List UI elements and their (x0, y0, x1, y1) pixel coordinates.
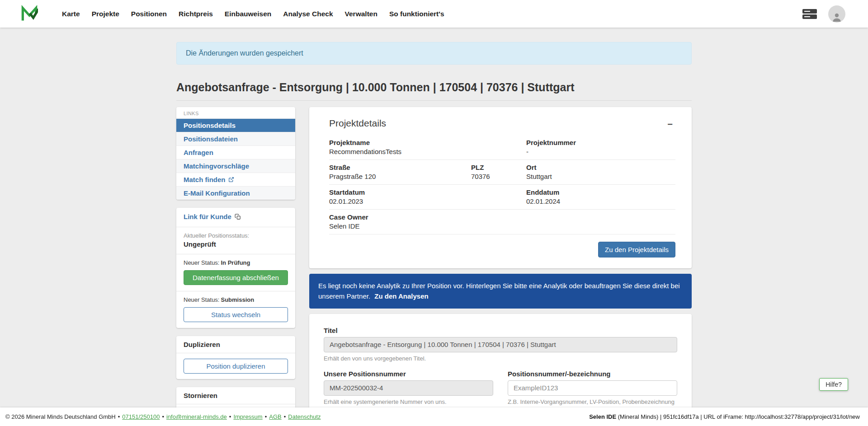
nav-item-karte[interactable]: Karte (56, 6, 86, 22)
separator: • (162, 413, 164, 420)
sidebar-item-match-finden[interactable]: Match finden (176, 173, 295, 186)
footer-impressum-link[interactable]: Impressum (233, 413, 262, 420)
title-divider (176, 100, 692, 101)
field-label: Enddatum (526, 188, 675, 196)
help-button[interactable]: Hilfe? (819, 378, 848, 391)
navbar-right-actions (802, 5, 845, 23)
nav-item-richtpreis[interactable]: Richtpreis (173, 6, 219, 22)
go-to-analyses-link[interactable]: Zu den Analysen (374, 292, 428, 300)
cancel-card-title: Stornieren (176, 387, 295, 404)
collapse-icon[interactable]: − (665, 118, 675, 131)
sidebar-item-email-konfiguration[interactable]: E-Mail Konfiguration (176, 186, 295, 200)
field-value: 02.01.2023 (329, 197, 526, 205)
page-title: Angebotsanfrage - Entsorgung | 10.000 To… (176, 81, 692, 94)
field-label: Projektnummer (526, 139, 675, 146)
separator: • (118, 413, 120, 420)
custom-position-number-help: Z.B. Interne-Vorgangsnummer, LV-Position… (508, 398, 677, 405)
sidebar-item-label: Match finden (184, 176, 226, 183)
separator: • (284, 413, 286, 420)
footer-datenschutz-link[interactable]: Datenschutz (288, 413, 321, 420)
project-detail-row: Startdatum 02.01.2023 Enddatum 02.01.202… (329, 185, 675, 210)
field-label: Projektname (329, 139, 526, 146)
nav-item-so-funktionierts[interactable]: So funktioniert's (383, 6, 450, 22)
next-status-text-2: Neuer Status:Submission (184, 296, 288, 303)
project-detail-row: Projektname RecommendationsTests Projekt… (329, 135, 675, 160)
position-form-card: Titel Erhält den von uns vorgegebenen Ti… (309, 314, 692, 423)
field-value: 70376 (471, 173, 526, 180)
customer-link[interactable]: Link für Kunde (184, 213, 241, 220)
footer-phone-link[interactable]: 07151/250100 (122, 413, 160, 420)
next-status-text-1: Neuer Status:In Prüfung (184, 259, 288, 266)
external-link-icon (228, 177, 234, 183)
nav-item-analyse-check[interactable]: Analyse Check (277, 6, 339, 22)
nav-item-positionen[interactable]: Positionen (125, 6, 173, 22)
sidebar-links-card: LINKS Positionsdetails Positionsdateien … (176, 107, 295, 200)
saved-alert: Die Änderungen wurden gespeichert (176, 42, 692, 65)
footer-session-info: Selen IDE (Mineral Minds) | 951fc16df17a… (589, 413, 860, 420)
project-details-heading: Projektdetails (329, 118, 386, 129)
copy-icon (235, 214, 241, 220)
finish-data-entry-button[interactable]: Datenerfassung abschließen (184, 270, 288, 285)
main-content: Die Änderungen wurden gespeichert Angebo… (176, 42, 692, 426)
field-label: Startdatum (329, 188, 526, 196)
main-navigation: Karte Projekte Positionen Richtpreis Ein… (56, 6, 450, 22)
footer: © 2026 Mineral Minds Deutschland GmbH • … (0, 407, 868, 426)
nav-item-projekte[interactable]: Projekte (86, 6, 125, 22)
session-user: Selen IDE (589, 413, 616, 420)
mineral-minds-logo-icon (21, 5, 38, 23)
project-details-card: Projektdetails − Projektname Recommendat… (309, 107, 692, 268)
field-value: Selen IDE (329, 222, 675, 230)
content-column: Projektdetails − Projektname Recommendat… (309, 107, 692, 423)
sidebar-item-anfragen[interactable]: Anfragen (176, 145, 295, 159)
sidebar: LINKS Positionsdetails Positionsdateien … (176, 107, 295, 426)
field-value: - (526, 148, 675, 155)
our-position-number-help: Erhält eine systemgenerierte Nummer von … (324, 398, 493, 405)
go-to-project-details-button[interactable]: Zu den Projektdetails (598, 242, 675, 257)
brand-logo[interactable] (21, 5, 38, 23)
titel-label: Titel (324, 327, 677, 334)
separator: • (229, 413, 231, 420)
field-label: Case Owner (329, 213, 675, 221)
footer-email-link[interactable]: info@mineral-minds.de (166, 413, 227, 420)
footer-left: © 2026 Mineral Minds Deutschland GmbH • … (5, 413, 321, 420)
customer-link-label: Link für Kunde (184, 213, 231, 220)
field-value: 02.01.2024 (526, 197, 675, 205)
sidebar-item-positionsdateien[interactable]: Positionsdateien (176, 132, 295, 145)
our-position-number-label: Unsere Positionsnummer (324, 370, 493, 378)
analytics-banner: Es liegt noch keine Analytik zu Ihrer Po… (309, 274, 692, 309)
separator: • (265, 413, 267, 420)
project-detail-row: Straße Pragstraße 120 PLZ 70376 Ort Stut… (329, 160, 675, 185)
nav-item-einbauweisen[interactable]: Einbauweisen (219, 6, 277, 22)
titel-input (324, 337, 677, 352)
sidebar-item-positionsdetails[interactable]: Positionsdetails (176, 118, 295, 132)
footer-agb-link[interactable]: AGB (269, 413, 281, 420)
top-navbar: Karte Projekte Positionen Richtpreis Ein… (0, 0, 868, 28)
current-status-value: Ungeprüft (184, 240, 288, 248)
sidebar-links-header: LINKS (176, 107, 295, 118)
session-details: (Mineral Minds) | 951fc16df17a | URL of … (616, 413, 860, 420)
status-card: Link für Kunde Aktueller Positionsstatus… (176, 208, 295, 328)
our-position-number-input (324, 380, 493, 396)
copyright-text: © 2026 Mineral Minds Deutschland GmbH (5, 413, 116, 420)
project-detail-row: Case Owner Selen IDE (329, 210, 675, 234)
field-value: Pragstraße 120 (329, 173, 471, 180)
server-icon[interactable] (802, 8, 817, 20)
field-value: RecommendationsTests (329, 148, 526, 155)
switch-status-button[interactable]: Status wechseln (184, 307, 288, 322)
sidebar-item-matchingvorschlaege[interactable]: Matchingvorschläge (176, 159, 295, 173)
user-avatar[interactable] (828, 5, 845, 23)
custom-position-number-input[interactable] (508, 380, 677, 396)
person-icon (831, 12, 843, 23)
nav-item-verwalten[interactable]: Verwalten (339, 6, 383, 22)
field-value: Stuttgart (526, 173, 675, 180)
titel-help: Erhält den von uns vorgegebenen Titel. (324, 355, 677, 362)
duplicate-card-title: Duplizieren (176, 336, 295, 353)
field-label: Straße (329, 164, 471, 171)
duplicate-position-button[interactable]: Position duplizieren (184, 359, 288, 374)
field-label: Ort (526, 164, 675, 171)
field-label: PLZ (471, 164, 526, 171)
duplicate-card: Duplizieren Position duplizieren (176, 336, 295, 379)
analytics-banner-text: Es liegt noch keine Analytik zu Ihrer Po… (318, 282, 680, 300)
current-status-label: Aktueller Positionsstatus: (184, 232, 288, 239)
custom-position-number-label: Positionsnummer/-bezeichnung (508, 370, 677, 378)
